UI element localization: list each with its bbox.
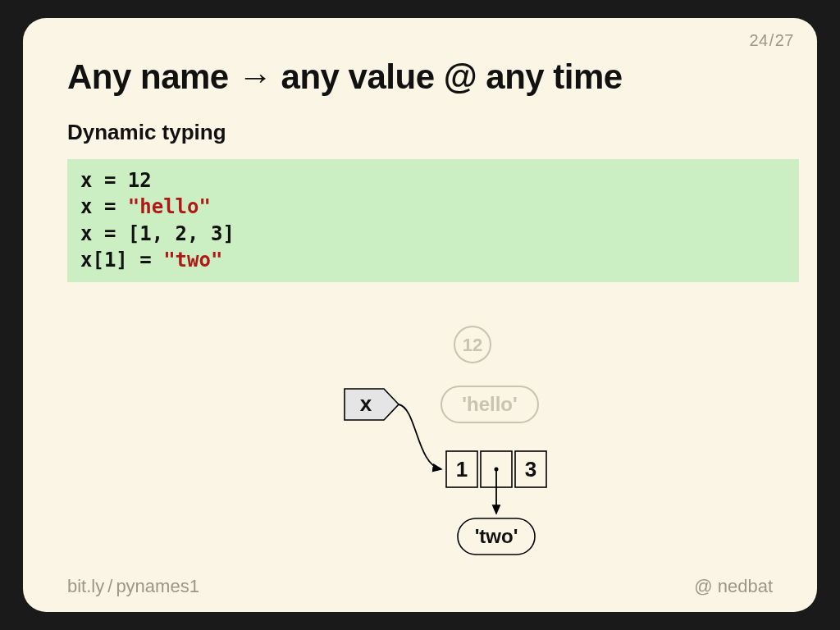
ghost-str-label: 'hello': [462, 393, 517, 415]
value-pill-label: 'two': [475, 525, 518, 547]
slide-footer: bit.ly/pynames1 @ nedbat: [67, 576, 773, 597]
footer-link: bit.ly/pynames1: [67, 576, 199, 597]
page-slash: /: [769, 31, 775, 49]
slide: 24/27 Any name → any value @ any time Dy…: [23, 18, 817, 612]
svg-rect-2: [515, 451, 546, 487]
list-box: 1 3: [446, 451, 546, 487]
list-cell-0: 1: [456, 457, 468, 482]
code-block: x = 12 x = "hello" x = [1, 2, 3] x[1] = …: [67, 159, 799, 282]
list-cell-2: 3: [525, 457, 536, 482]
ghost-str-pill: [441, 386, 538, 422]
value-pill: [458, 518, 535, 555]
page-counter: 24/27: [749, 31, 794, 50]
arrow-name-to-list: [399, 404, 441, 469]
svg-rect-0: [446, 451, 477, 487]
list-cell-1-dot: [495, 468, 499, 472]
page-total: 27: [775, 31, 794, 49]
ghost-int-circle: [454, 326, 491, 363]
name-tag-label: x: [360, 391, 372, 416]
slide-subtitle: Dynamic typing: [67, 120, 226, 145]
footer-handle: @ nedbat: [694, 576, 773, 597]
binding-diagram: 12 'hello' x 1 3 'two': [23, 18, 817, 612]
name-tag: x: [345, 389, 399, 420]
slide-title: Any name → any value @ any time: [67, 57, 623, 97]
ghost-int-label: 12: [463, 335, 482, 355]
page-current: 24: [749, 31, 768, 49]
svg-rect-1: [481, 451, 512, 487]
